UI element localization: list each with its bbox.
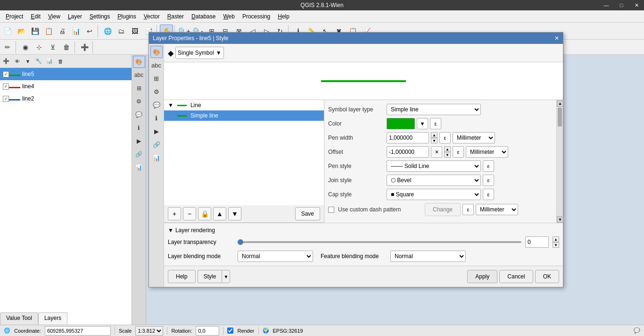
dialog-tab-rendering[interactable]: ⚙ (150, 85, 163, 98)
dialog-tab-metadata[interactable]: ℹ (150, 112, 163, 124)
add-layer-toolbar-button[interactable]: ➕ (1, 56, 11, 67)
transparency-up[interactable]: ▲ (553, 236, 559, 242)
offset-up[interactable]: ▲ (444, 146, 451, 152)
digitize-button[interactable]: ✏ (1, 41, 14, 54)
side-rendering-button[interactable]: ⚙ (133, 95, 145, 108)
menu-processing[interactable]: Processing (239, 12, 274, 21)
dash-pattern-checkbox[interactable] (328, 207, 334, 213)
join-style-select[interactable]: ⬡ Bevel (387, 175, 481, 186)
cap-style-expression-button[interactable]: ε (483, 189, 494, 200)
render-checkbox[interactable] (227, 328, 233, 334)
offset-down[interactable]: ▼ (444, 152, 451, 158)
remove-symbol-layer-button[interactable]: − (183, 207, 196, 220)
save-as-button[interactable]: 📋 (42, 25, 55, 38)
open-project-button[interactable]: 📂 (15, 25, 28, 38)
layer-visibility-button[interactable]: 👁 (12, 56, 22, 67)
undo-button[interactable]: ↩ (83, 25, 96, 38)
offset-unit-select[interactable]: Millimeter (466, 146, 508, 158)
filter-layer-button[interactable]: ▼ (23, 56, 33, 67)
pen-width-down[interactable]: ▼ (431, 138, 438, 143)
move-feature-button[interactable]: ⊹ (33, 41, 46, 54)
print-button[interactable]: 🖨 (56, 25, 69, 38)
layer-visibility-line5[interactable] (3, 71, 9, 77)
lock-symbol-layer-button[interactable]: 🔒 (198, 207, 211, 220)
feature-blending-select[interactable]: Normal (390, 251, 466, 262)
delete-feature-button[interactable]: 🗑 (60, 41, 73, 54)
dialog-tab-display[interactable]: 💬 (150, 99, 163, 111)
apply-button[interactable]: Apply (467, 270, 497, 283)
dash-unit-select[interactable]: Millimeter (476, 204, 518, 215)
layer-item-line5[interactable]: line5 (0, 68, 132, 80)
layer-stats-button[interactable]: 📊 (44, 56, 55, 67)
side-joins-button[interactable]: 🔗 (133, 148, 145, 160)
side-display-button[interactable]: 💬 (133, 109, 145, 121)
add-feature-button[interactable]: ➕ (78, 41, 91, 54)
tab-value-tool[interactable]: Value Tool (0, 312, 38, 325)
rotation-input[interactable] (196, 326, 219, 336)
dialog-tab-joins[interactable]: 🔗 (150, 138, 163, 151)
add-symbol-layer-button[interactable]: + (168, 207, 181, 220)
cap-style-select[interactable]: ■ Square (387, 189, 481, 200)
minimize-button[interactable]: — (599, 0, 614, 10)
dialog-tab-actions[interactable]: ▶ (150, 125, 163, 137)
dialog-close-button[interactable]: ✕ (554, 35, 559, 42)
save-project-button[interactable]: 💾 (28, 25, 41, 38)
add-raster-button[interactable]: 🖼 (128, 25, 141, 38)
menu-view[interactable]: View (44, 12, 64, 21)
pen-width-up[interactable]: ▲ (431, 132, 438, 138)
symbol-tree-line-item[interactable]: ▼ Line (164, 100, 324, 110)
layer-visibility-line4[interactable] (3, 84, 9, 90)
style-button[interactable]: Style (198, 270, 222, 283)
scrollbar-thumb[interactable] (558, 108, 562, 126)
add-wms-button[interactable]: 🌐 (101, 25, 114, 38)
layer-visibility-line2[interactable] (3, 96, 9, 102)
menu-help[interactable]: Help (274, 12, 293, 21)
scale-select[interactable]: 1:3.812 (135, 326, 163, 336)
node-tool-button[interactable]: ◉ (19, 41, 32, 54)
transparency-down[interactable]: ▼ (553, 242, 559, 248)
offset-input[interactable] (387, 146, 429, 158)
style-dropdown-arrow[interactable]: ▼ (222, 270, 230, 283)
color-button[interactable] (387, 118, 415, 129)
side-style-button[interactable]: 🎨 (133, 56, 145, 68)
layer-item-line2[interactable]: line2 (0, 92, 132, 105)
side-actions-button[interactable]: ▶ (133, 135, 145, 147)
menu-edit[interactable]: Edit (27, 12, 44, 21)
menu-raster[interactable]: Raster (164, 12, 188, 21)
scrollbar-up-button[interactable]: ▲ (557, 100, 563, 107)
dialog-tab-labels[interactable]: abc (150, 59, 163, 71)
dialog-tab-style[interactable]: 🎨 (150, 46, 163, 58)
pen-width-input[interactable] (387, 132, 429, 143)
copy-feature-button[interactable]: ⊻ (46, 41, 59, 54)
coordinate-input[interactable] (45, 326, 111, 336)
close-button[interactable]: ✕ (629, 0, 644, 10)
menu-plugins[interactable]: Plugins (114, 12, 140, 21)
help-button[interactable]: Help (168, 270, 196, 283)
move-down-symbol-layer-button[interactable]: ▼ (228, 207, 241, 220)
new-project-button[interactable]: 📄 (1, 25, 14, 38)
offset-clear-button[interactable]: ✕ (431, 146, 442, 158)
remove-layer-button[interactable]: 🗑 (55, 56, 66, 67)
cancel-button[interactable]: Cancel (499, 270, 533, 283)
symbol-type-dropdown[interactable]: Single Symbol ▼ (175, 47, 224, 59)
layer-rendering-header[interactable]: ▼ Layer rendering (168, 227, 559, 234)
save-symbol-button[interactable]: Save (295, 207, 320, 220)
layer-transparency-value[interactable] (525, 236, 549, 248)
scrollbar-down-button[interactable]: ▼ (557, 216, 563, 223)
menu-project[interactable]: Project (2, 12, 27, 21)
pen-style-expression-button[interactable]: ε (483, 160, 494, 172)
tab-layers[interactable]: Layers (38, 312, 67, 325)
side-fields-button[interactable]: ⊞ (133, 82, 145, 94)
layer-properties-tb-button[interactable]: 🔧 (33, 56, 44, 67)
color-expression-button[interactable]: ε (430, 118, 441, 129)
layer-blending-select[interactable]: Normal (238, 251, 313, 262)
move-up-symbol-layer-button[interactable]: ▲ (213, 207, 226, 220)
ok-button[interactable]: OK (535, 270, 559, 283)
dash-expression-button[interactable]: ε (462, 204, 474, 215)
menu-database[interactable]: Database (188, 12, 219, 21)
join-style-expression-button[interactable]: ε (483, 175, 494, 186)
color-dropdown-button[interactable]: ▼ (417, 118, 428, 129)
print-composer-button[interactable]: 📊 (69, 25, 83, 38)
menu-settings[interactable]: Settings (86, 12, 114, 21)
symbol-tree-simple-line[interactable]: Simple line (164, 110, 324, 121)
